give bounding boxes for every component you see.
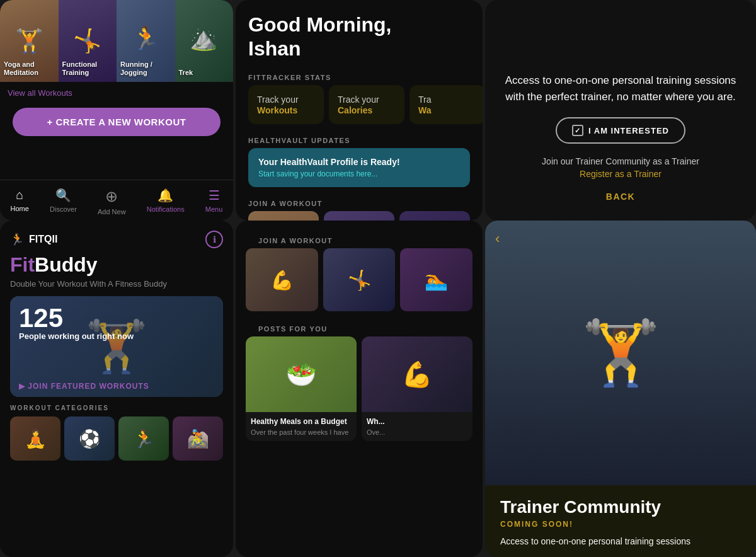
fitbuddy-subtitle: Double Your Workout With A Fitness Buddy [10,279,223,289]
fitbuddy-hero-image: 🏋️ 125 People working out right now ▶ JO… [10,296,223,397]
greeting-text: Good Morning,Ishan [248,13,470,61]
bottom-cat-3[interactable]: 🏃 [118,416,169,461]
fitqii-logo-icon: 🏃 [10,233,24,246]
bottom-cat-3-emoji: 🏃 [118,416,169,461]
view-all-workouts-link[interactable]: View all Workouts [0,82,233,100]
back-button[interactable]: BACK [606,192,635,202]
top-left-panel: Yoga and Meditation Functional Training … [0,0,233,221]
hero-number: 125 [19,305,134,331]
nav-menu[interactable]: ☰ Menu [205,188,223,215]
stat-other-line1: Tra [418,94,476,105]
add-icon: ⊕ [105,188,118,205]
bottom-cat-1[interactable]: 🧘 [10,416,60,461]
join-img-2[interactable]: 🤸 [323,248,396,311]
notifications-icon: 🔔 [158,188,173,203]
stat-calories-line1: Track your [338,94,396,105]
nav-notifications[interactable]: 🔔 Notifications [147,188,185,215]
nav-discover-label: Discover [50,205,77,213]
bottom-cat-2-emoji: ⚽ [64,416,115,461]
stat-card-workouts[interactable]: Track your Workouts [248,85,324,124]
bottom-cat-2[interactable]: ⚽ [64,416,115,461]
man-workout-emoji: 🏋️ [485,221,756,485]
back-chevron-icon[interactable]: ‹ [495,231,500,247]
nav-home[interactable]: ⌂ Home [11,188,29,215]
coming-soon-badge: COMING SOON! [500,520,741,529]
interested-button[interactable]: ✓ I AM INTERESTED [556,117,685,144]
register-trainer-link[interactable]: Register as a Trainer [580,169,662,179]
category-functional-label: Functional Training [62,60,117,77]
healthvault-subtitle: Start saving your documents here... [258,169,460,178]
greeting-section: Good Morning,Ishan [236,0,483,67]
create-workout-button[interactable]: + CREATE A NEW WORKOUT [13,108,220,136]
post-extra-1-img: 🥗 [246,336,357,412]
post-extra-2-img: 💪 [362,336,472,412]
nav-discover[interactable]: 🔍 Discover [50,188,77,215]
post-extra-1-title: Healthy Meals on a Budget [251,417,352,426]
join-card-3[interactable]: 🏊 [399,211,470,221]
bottom-cat-4[interactable]: 🚵 [173,416,223,461]
healthvault-card[interactable]: Your HealthVault Profile is Ready! Start… [248,148,470,187]
post-extra-2[interactable]: 💪 Wh... Ove... [362,336,472,441]
posts-row-2: 🥗 Healthy Meals on a Budget Over the pas… [246,336,472,441]
stat-workouts-line1: Track your [257,94,315,105]
post-extra-2-excerpt: Ove... [367,428,467,436]
posts-label-2: POSTS FOR YOU [246,319,472,336]
join-workout-label: JOIN A WORKOUT [236,193,483,211]
fitqii-logo-text: FITQII [29,234,57,245]
workout-categories-row: 🧘 ⚽ 🏃 🚵 [10,416,223,461]
join-card-1[interactable] [248,211,319,221]
stat-card-other[interactable]: Tra Wa [410,85,483,124]
join-workout-label-2: JOIN A WORKOUT [246,231,472,248]
join-workout-images: 💪 🤸 🏊 [246,248,472,311]
trainer-hero-image: 🏋️ ‹ [485,221,756,485]
post-extra-2-text: Wh... Ove... [362,412,472,441]
fitbuddy-title: FitBuddy [10,253,223,277]
nav-notifications-label: Notifications [147,205,185,213]
stat-workouts-line2: Workouts [257,105,315,115]
fittracker-label: FITTRACKER STATS [236,67,483,85]
menu-icon: ☰ [209,188,220,203]
hero-stats: 125 People working out right now [19,305,134,341]
post-extra-1-excerpt: Over the past four weeks I have [251,428,352,436]
bottom-right-panel: 🏋️ ‹ Trainer Community COMING SOON! Acce… [485,221,756,557]
bottom-middle-panel: JOIN A WORKOUT 💪 🤸 🏊 POSTS FOR YOU 🥗 Hea… [236,221,483,557]
nav-add-new[interactable]: ⊕ Add New [98,188,126,215]
info-button[interactable]: ℹ [205,231,223,248]
category-running[interactable]: 🏃 Running /Jogging [117,0,175,82]
top-middle-panel: Good Morning,Ishan FITTRACKER STATS Trac… [236,0,483,221]
trainer-access-desc: Access to one-on-one personal training s… [504,72,737,105]
post-extra-1[interactable]: 🥗 Healthy Meals on a Budget Over the pas… [246,336,357,441]
nav-home-label: Home [11,205,29,212]
post-extra-2-title: Wh... [367,417,467,426]
bottom-middle-content: JOIN A WORKOUT 💪 🤸 🏊 POSTS FOR YOU 🥗 Hea… [236,221,483,451]
nav-add-label: Add New [98,208,126,215]
stat-calories-line2: Calories [338,105,396,115]
interested-label: I AM INTERESTED [588,126,669,135]
bottom-cat-1-emoji: 🧘 [10,416,60,461]
stat-other-line2: Wa [418,105,476,115]
trainer-community-section: Trainer Community COMING SOON! Access to… [485,485,756,557]
healthvault-title: Your HealthVault Profile is Ready! [258,157,460,167]
stats-strip: Track your Workouts Track your Calories … [236,85,483,130]
discover-icon: 🔍 [55,188,71,203]
stat-card-calories[interactable]: Track your Calories [329,85,404,124]
checkmark-icon: ✓ [572,125,583,136]
workout-categories-label: WORKOUT CATEGORIES [10,405,223,411]
join-featured-button[interactable]: ▶ JOIN FEATURED WORKOUTS [19,382,149,391]
trainer-community-title: Trainer Community [500,498,741,517]
fitqii-logo: 🏃 FITQII [10,233,57,246]
home-icon: ⌂ [16,188,23,202]
category-yoga[interactable]: Yoga and Meditation [0,0,59,82]
join-img-3[interactable]: 🏊 [400,248,472,311]
fitqii-header: 🏃 FITQII ℹ [10,231,223,248]
bottom-navigation: ⌂ Home 🔍 Discover ⊕ Add New 🔔 Notificati… [0,180,233,221]
join-card-2[interactable] [324,211,394,221]
post-extra-1-text: Healthy Meals on a Budget Over the past … [246,412,357,441]
fitbuddy-fit-text: Fit [10,253,35,276]
category-functional[interactable]: Functional Training [59,0,117,82]
nav-menu-label: Menu [205,205,223,213]
categories-strip: Yoga and Meditation Functional Training … [0,0,233,82]
category-trek[interactable]: ⛰️ Trek [175,0,234,82]
fitbuddy-buddy-text: Buddy [35,253,98,276]
join-img-1[interactable]: 💪 [246,248,318,311]
